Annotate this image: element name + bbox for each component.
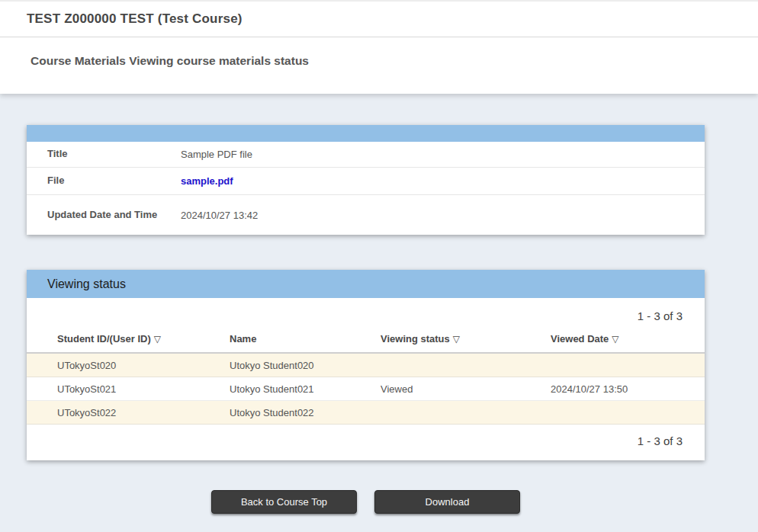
page-title: Course Materials Viewing course material…	[31, 54, 309, 68]
material-updated-label: Updated Date and Time	[47, 209, 181, 222]
cell-student-id: UTokyoSt022	[57, 407, 230, 418]
download-button[interactable]: Download	[374, 490, 520, 514]
material-section-header	[27, 125, 705, 142]
table-row: UTokyoSt020 Utokyo Student020	[27, 354, 705, 377]
column-header-student-id: Student ID/(User ID)▽	[57, 333, 230, 345]
pagination-top: 1 - 3 of 3	[27, 298, 705, 328]
cell-student-id: UTokyoSt021	[57, 383, 230, 395]
sort-viewing-status-icon[interactable]: ▽	[453, 334, 460, 345]
table-row: UTokyoSt022 Utokyo Student022	[27, 401, 705, 425]
material-updated-row: Updated Date and Time 2024/10/27 13:42	[27, 195, 705, 235]
page-title-bar: Course Materials Viewing course material…	[0, 37, 758, 94]
file-link[interactable]: sample.pdf	[181, 175, 233, 187]
action-button-row: Back to Course Top Download	[27, 490, 705, 532]
material-file-label: File	[47, 175, 181, 187]
column-header-viewed-date: Viewed Date▽	[551, 333, 705, 345]
cell-name: Utokyo Student021	[230, 383, 381, 395]
viewing-status-section-header: Viewing status	[27, 270, 705, 298]
column-header-name: Name	[230, 333, 381, 345]
course-title: TEST Z000000 TEST (Test Course)	[27, 11, 242, 27]
back-to-course-top-button[interactable]: Back to Course Top	[211, 490, 357, 514]
sort-viewed-date-icon[interactable]: ▽	[612, 334, 618, 345]
viewing-status-title: Viewing status	[47, 277, 126, 291]
cell-viewed-date: 2024/10/27 13:50	[551, 383, 705, 395]
material-title-value: Sample PDF file	[181, 149, 252, 160]
viewing-status-card: Viewing status 1 - 3 of 3 Student ID/(Us…	[27, 270, 705, 460]
material-updated-value: 2024/10/27 13:42	[181, 210, 258, 221]
material-detail-card: Title Sample PDF file File sample.pdf Up…	[27, 125, 705, 235]
cell-name: Utokyo Student022	[230, 407, 381, 418]
page-header: TEST Z000000 TEST (Test Course) Course M…	[0, 0, 758, 94]
column-header-viewing-status: Viewing status▽	[381, 333, 551, 345]
course-title-bar: TEST Z000000 TEST (Test Course)	[0, 2, 758, 37]
main-content: Title Sample PDF file File sample.pdf Up…	[27, 125, 705, 532]
table-row: UTokyoSt021 Utokyo Student021 Viewed 202…	[27, 377, 705, 401]
pagination-bottom: 1 - 3 of 3	[27, 425, 705, 460]
cell-viewing-status: Viewed	[381, 383, 551, 395]
material-file-row: File sample.pdf	[27, 168, 705, 195]
material-title-row: Title Sample PDF file	[27, 142, 705, 168]
table-header-row: Student ID/(User ID)▽ Name Viewing statu…	[27, 328, 705, 354]
sort-student-id-icon[interactable]: ▽	[154, 334, 161, 345]
cell-student-id: UTokyoSt020	[57, 360, 230, 371]
material-title-label: Title	[47, 148, 181, 161]
cell-name: Utokyo Student020	[230, 360, 381, 371]
